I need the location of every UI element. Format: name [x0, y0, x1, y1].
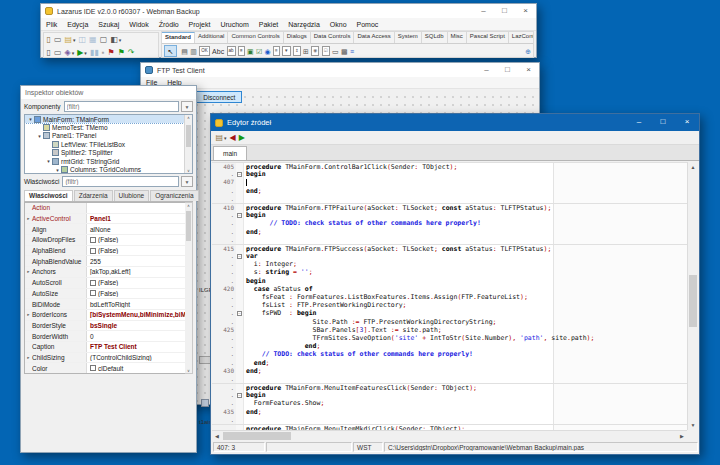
expand-arrow-icon[interactable]: ▾: [45, 158, 52, 164]
expand-icon[interactable]: ▸: [25, 355, 32, 360]
maximize-icon[interactable]: □: [494, 4, 515, 18]
tree-item[interactable]: ▾Panel1: TPanel: [25, 132, 192, 140]
tree-item[interactable]: ▾MainForm: TMainForm: [25, 115, 192, 123]
code-line[interactable]: 430end;: [212, 367, 687, 375]
jump-history-button[interactable]: ▤▾: [214, 132, 228, 144]
disconnect-button[interactable]: Disconnect: [196, 91, 242, 103]
menu-item[interactable]: Narzędzia: [283, 21, 325, 28]
property-row[interactable]: AlignalNone: [25, 224, 192, 235]
checkbox-icon[interactable]: [90, 280, 96, 286]
code-line[interactable]: . Site.Path := FTP.PresentWorkingDirecto…: [212, 318, 687, 326]
code-line[interactable]: . end;: [212, 342, 687, 350]
palette-tab[interactable]: Pascal Script: [467, 32, 509, 43]
minimize-icon[interactable]: –: [627, 114, 651, 131]
fold-collapse-icon[interactable]: –: [237, 172, 242, 177]
close-icon[interactable]: ×: [518, 63, 539, 77]
scroll-up-icon[interactable]: ▲: [688, 162, 698, 172]
palette-tab[interactable]: Standard: [162, 32, 195, 43]
code-line[interactable]: 407: [212, 178, 687, 186]
editor-title-bar[interactable]: Edytor źródeł – □ ×: [211, 114, 699, 131]
code-line[interactable]: . // TODO: check status of other command…: [212, 350, 687, 358]
tmainmenu-icon[interactable]: ▤: [181, 46, 188, 57]
code-line[interactable]: .–var: [212, 252, 687, 260]
property-row[interactable]: ▸ChildSizing(TControlChildSizing): [25, 353, 192, 364]
property-value[interactable]: (False): [87, 247, 192, 254]
dropdown-arrow-icon[interactable]: ▾: [224, 135, 227, 141]
tcheckbox-icon[interactable]: ☑: [256, 46, 262, 57]
ftp-title-bar[interactable]: FTP Test Client – □ ×: [141, 63, 539, 77]
property-value[interactable]: bdLeftToRight: [87, 301, 192, 308]
inspector-tab[interactable]: Ulubione: [114, 190, 150, 201]
property-row[interactable]: Action: [25, 203, 192, 214]
menu-item[interactable]: Projekt: [184, 21, 216, 28]
palette-tab[interactable]: Data Controls: [311, 32, 355, 43]
dropdown-arrow-icon[interactable]: ▾: [72, 50, 75, 56]
code-line[interactable]: . fsList : FTP.PresentWorkingDirectory;: [212, 301, 687, 309]
tree-scrollbar[interactable]: ∧∨: [184, 115, 192, 173]
palette-tab[interactable]: System: [395, 32, 422, 43]
components-filter-input[interactable]: [64, 101, 180, 112]
close-icon[interactable]: ×: [515, 4, 536, 18]
tab-main[interactable]: main: [213, 146, 247, 160]
menu-item[interactable]: Okno: [325, 21, 352, 28]
code-line[interactable]: 425 SBar.Panels[3].Text := site.path;: [212, 326, 687, 334]
expand-icon[interactable]: ▸: [25, 312, 32, 317]
inspector-tab[interactable]: Ograniczenia: [150, 190, 198, 201]
menu-item[interactable]: Plik: [41, 21, 62, 28]
dropdown-arrow-icon[interactable]: ▾: [73, 37, 76, 43]
code-line[interactable]: 420 case aStatus of: [212, 285, 687, 293]
property-value[interactable]: bsSingle: [87, 322, 192, 329]
save-all-button[interactable]: ▦: [88, 34, 99, 46]
code-line[interactable]: .– fsPWD : begin: [212, 309, 687, 317]
property-value[interactable]: alNone: [87, 226, 192, 233]
code-line[interactable]: . end;: [212, 359, 687, 367]
property-row[interactable]: ▸Anchors[akTop,akLeft]: [25, 267, 192, 278]
code-line[interactable]: 405procedure TMainForm.ControlBar1Click(…: [212, 162, 687, 170]
view-units-button[interactable]: ▯: [45, 47, 52, 59]
new-unit-button[interactable]: ▯: [45, 34, 52, 46]
palette-tab[interactable]: Common Controls: [228, 32, 283, 43]
ttogglebox-icon[interactable]: ▣: [247, 46, 254, 57]
code-line[interactable]: . FormFeatures.Show;: [212, 399, 687, 407]
minimize-icon[interactable]: –: [476, 63, 497, 77]
expand-arrow-icon[interactable]: ▾: [27, 116, 34, 122]
checkbox-icon[interactable]: [90, 290, 96, 296]
maximize-icon[interactable]: □: [497, 63, 518, 77]
scroll-down-icon[interactable]: ▼: [688, 420, 698, 430]
code-area[interactable]: 405procedure TMainForm.ControlBar1Click(…: [212, 162, 687, 430]
scroll-right-icon[interactable]: ▶: [677, 431, 687, 441]
code-line[interactable]: .: [212, 375, 687, 383]
code-line[interactable]: . TFrmSites.SaveOption('site' + IntToStr…: [212, 334, 687, 342]
fold-collapse-icon[interactable]: –: [237, 311, 242, 316]
scroll-left-icon[interactable]: ◀: [212, 431, 222, 441]
dropdown-arrow-icon[interactable]: ▾: [119, 37, 122, 43]
palette-tab[interactable]: SQLdb: [422, 32, 448, 43]
property-row[interactable]: AllowDropFiles(False): [25, 235, 192, 246]
selector-tool-button[interactable]: ↖: [164, 45, 177, 57]
palette-tab[interactable]: Misc: [448, 32, 467, 43]
new-form-button[interactable]: ▭: [52, 34, 63, 46]
property-value[interactable]: 255: [87, 258, 192, 265]
checkbox-icon[interactable]: [90, 237, 96, 243]
code-line[interactable]: .–begin: [212, 170, 687, 178]
expand-arrow-icon[interactable]: ▾: [36, 133, 43, 139]
menu-item[interactable]: Źródło: [154, 21, 184, 28]
tpopupmenu-icon[interactable]: ▥: [190, 46, 197, 57]
property-value[interactable]: [biSystemMenu,biMinimize,biMaximiz: [87, 311, 192, 318]
code-line[interactable]: .end;: [212, 187, 687, 195]
code-line[interactable]: .: [212, 416, 687, 424]
property-value[interactable]: (TControlChildSizing): [87, 354, 192, 361]
palette-tab[interactable]: Dialogs: [284, 32, 311, 43]
maximize-icon[interactable]: □: [651, 114, 675, 131]
menu-item[interactable]: Edycja: [62, 21, 93, 28]
checkbox-icon[interactable]: [90, 248, 96, 254]
horizontal-scrollbar[interactable]: ◀ ▶: [212, 430, 687, 441]
property-value[interactable]: Panel1: [87, 215, 192, 222]
minimize-icon[interactable]: –: [473, 4, 494, 18]
property-row[interactable]: BorderStylebsSingle: [25, 321, 192, 332]
stop-button[interactable]: ▪: [100, 47, 106, 59]
code-line[interactable]: 415procedure TMainForm.FTPSuccess(aSocke…: [212, 244, 687, 252]
change-build-mode-button[interactable]: ◈▾: [63, 47, 76, 59]
open-button[interactable]: ▤▾: [63, 34, 77, 46]
ide-title-bar[interactable]: Lazarus IDE v2.0.0 r60307 - Webman Backu…: [41, 4, 536, 18]
